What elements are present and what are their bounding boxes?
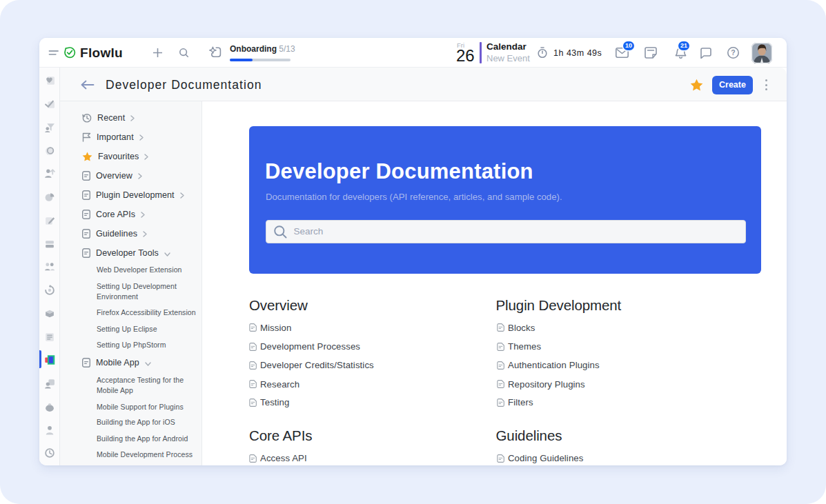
svg-text:?: ? bbox=[731, 48, 735, 57]
